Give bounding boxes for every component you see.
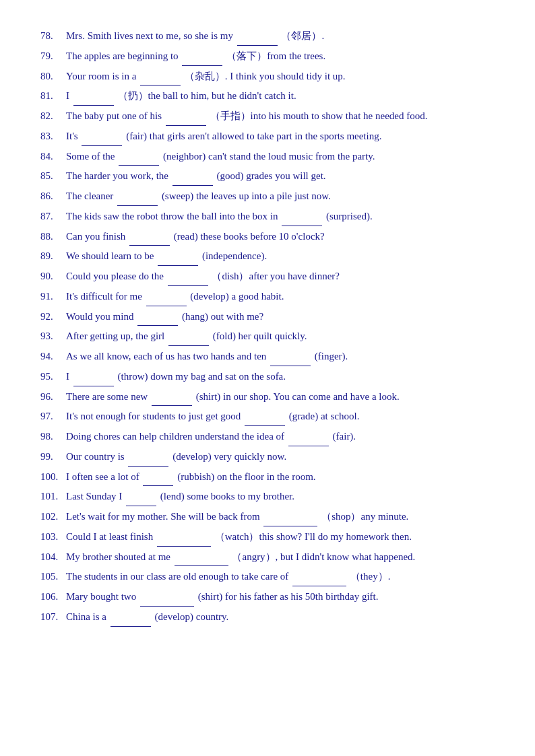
item-number: 89. <box>40 247 66 266</box>
item-text: Last Sunday I (lend) some books to my br… <box>66 487 495 506</box>
fill-blank <box>168 336 209 346</box>
fill-blank <box>292 576 346 586</box>
list-item: 89.We should learn to be (independence). <box>40 247 495 266</box>
item-number: 81. <box>40 87 66 106</box>
item-number: 87. <box>40 207 66 226</box>
list-item: 83.It's (fair) that girls aren't allowed… <box>40 127 495 146</box>
item-text: As we all know, each of us has two hands… <box>66 347 495 366</box>
item-text: The harder you work, the (good) grades y… <box>66 167 495 186</box>
list-item: 85.The harder you work, the (good) grade… <box>40 167 495 186</box>
item-text: I (throw) down my bag and sat on the sof… <box>66 368 495 386</box>
item-text: Doing chores can help children understan… <box>66 427 495 446</box>
hint-text: (sweep) the leaves up into a pile just n… <box>162 191 331 201</box>
hint-text: (throw) down my bag and sat on the sofa. <box>118 371 286 382</box>
fill-blank <box>111 617 151 627</box>
fill-blank <box>129 236 170 246</box>
item-text: Some of the (neighbor) can't stand the l… <box>66 147 495 166</box>
list-item: 88.Can you finish (read) these books bef… <box>40 228 495 246</box>
list-item: 104.My brother shouted at me （angry）, bu… <box>40 548 495 567</box>
item-number: 86. <box>40 187 66 206</box>
list-item: 94.As we all know, each of us has two ha… <box>40 347 495 366</box>
fill-blank <box>288 436 329 446</box>
list-item: 87.The kids saw the robot throw the ball… <box>40 207 495 226</box>
fill-blank <box>82 136 122 146</box>
item-number: 78. <box>40 27 66 46</box>
hint-text: （shop）any minute. <box>321 511 408 522</box>
list-item: 101.Last Sunday I (lend) some books to m… <box>40 487 495 506</box>
item-number: 98. <box>40 427 66 446</box>
hint-text: (independence). <box>202 250 267 261</box>
hint-text: (fold) her quilt quickly. <box>213 331 307 341</box>
item-text: Our country is (develop) very quickly no… <box>66 448 495 467</box>
list-item: 96.There are some new (shirt) in our sho… <box>40 388 495 407</box>
list-item: 79.The apples are beginning to （落下）from … <box>40 47 495 66</box>
item-number: 101. <box>40 487 66 506</box>
hint-text: （angry）, but I didn't know what happened… <box>232 551 415 562</box>
list-item: 105.The students in our class are old en… <box>40 568 495 586</box>
fill-blank <box>270 356 311 366</box>
hint-text: (finger). <box>315 351 348 362</box>
item-text: We should learn to be (independence). <box>66 247 495 266</box>
item-text: Mrs. Smith lives next to me, so she is m… <box>66 27 495 46</box>
hint-text: (neighbor) can't stand the loud music fr… <box>163 151 375 162</box>
item-text: It's (fair) that girls aren't allowed to… <box>66 127 495 146</box>
list-item: 100.I often see a lot of (rubbish) on th… <box>40 468 495 487</box>
hint-text: (rubbish) on the floor in the room. <box>177 471 315 482</box>
item-text: I （扔）the ball to him, but he didn't catc… <box>66 87 495 106</box>
item-number: 92. <box>40 308 66 327</box>
item-number: 94. <box>40 347 66 366</box>
item-number: 79. <box>40 47 66 66</box>
list-item: 91.It's difficult for me (develop) a goo… <box>40 287 495 306</box>
list-item: 92.Would you mind (hang) out with me? <box>40 308 495 327</box>
item-number: 93. <box>40 327 66 346</box>
item-text: The apples are beginning to （落下）from the… <box>66 47 495 66</box>
list-item: 99.Our country is (develop) very quickly… <box>40 448 495 467</box>
item-text: Can you finish (read) these books before… <box>66 228 495 246</box>
item-text: The baby put one of his （手指）into his mou… <box>66 107 495 126</box>
hint-text: (develop) country. <box>155 611 229 622</box>
fill-blank <box>73 376 114 386</box>
item-text: The kids saw the robot throw the ball in… <box>66 207 495 226</box>
item-number: 103. <box>40 528 66 547</box>
item-text: Could you please do the （dish）after you … <box>66 267 495 286</box>
hint-text: (shirt) for his father as his 50th birth… <box>198 591 379 602</box>
hint-text: (fair). <box>333 431 356 442</box>
hint-text: （杂乱）. I think you should tidy it up. <box>185 71 346 81</box>
list-item: 84.Some of the (neighbor) can't stand th… <box>40 147 495 166</box>
fill-blank <box>166 116 206 126</box>
fill-blank <box>126 496 156 506</box>
fill-blank <box>175 556 228 566</box>
fill-blank <box>140 596 194 607</box>
fill-blank <box>237 36 278 46</box>
item-text: The students in our class are old enough… <box>66 568 495 586</box>
list-item: 107.China is a (develop) country. <box>40 608 495 627</box>
list-item: 82.The baby put one of his （手指）into his … <box>40 107 495 126</box>
fill-blank <box>245 416 285 426</box>
hint-text: （扔）the ball to him, but he didn't catch … <box>118 90 296 101</box>
item-text: Your room is in a （杂乱）. I think you shou… <box>66 67 495 86</box>
list-item: 78.Mrs. Smith lives next to me, so she i… <box>40 27 495 46</box>
fill-blank <box>117 196 158 206</box>
list-item: 102.Let's wait for my mother. She will b… <box>40 508 495 526</box>
item-number: 88. <box>40 228 66 246</box>
item-number: 104. <box>40 548 66 567</box>
fill-blank <box>263 516 317 526</box>
hint-text: (fair) that girls aren't allowed to take… <box>126 131 381 141</box>
hint-text: (hang) out with me? <box>182 311 263 322</box>
hint-text: (good) grades you will get. <box>217 170 326 181</box>
fill-blank <box>182 56 222 66</box>
item-number: 83. <box>40 127 66 146</box>
item-number: 97. <box>40 407 66 426</box>
fill-blank <box>137 316 178 326</box>
list-item: 86.The cleaner (sweep) the leaves up int… <box>40 187 495 206</box>
fill-blank <box>158 256 198 266</box>
item-text: Could I at least finish （watch）this show… <box>66 528 495 547</box>
hint-text: （dish）after you have dinner? <box>212 271 340 281</box>
item-number: 82. <box>40 107 66 126</box>
list-item: 80.Your room is in a （杂乱）. I think you s… <box>40 67 495 86</box>
fill-blank <box>73 96 114 106</box>
list-item: 81.I （扔）the ball to him, but he didn't c… <box>40 87 495 106</box>
item-text: There are some new (shirt) in our shop. … <box>66 388 495 407</box>
hint-text: （落下）from the trees. <box>226 50 325 61</box>
item-text: It's not enough for students to just get… <box>66 407 495 426</box>
